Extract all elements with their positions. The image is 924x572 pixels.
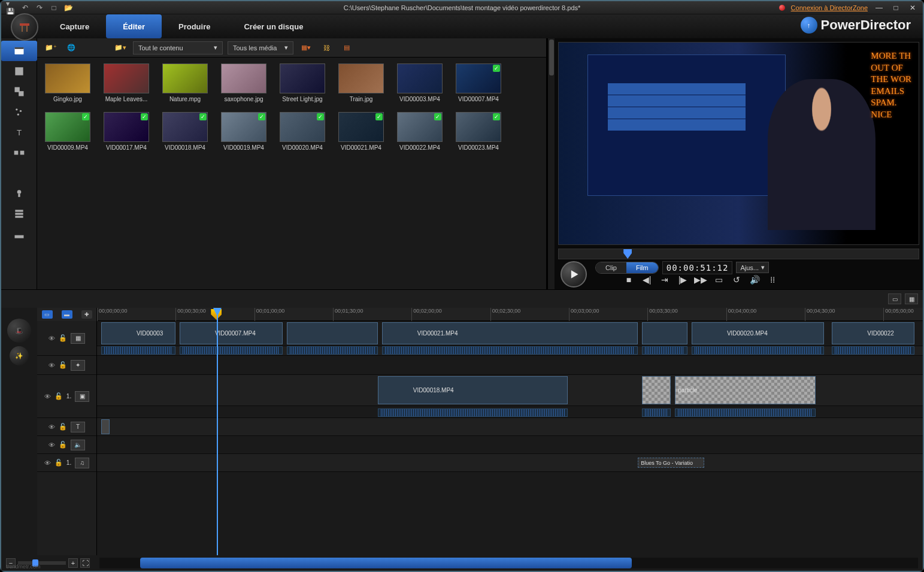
effect-track[interactable] (97, 356, 923, 375)
transition-room-button[interactable] (1, 143, 37, 163)
audio-room-button[interactable] (1, 163, 37, 183)
music-clip[interactable]: Blues To Go - Variatio (638, 458, 704, 468)
visibility-toggle[interactable]: 👁 (44, 459, 51, 467)
audio-clip[interactable] (642, 346, 687, 355)
timecode-display[interactable]: 00:00:51:12 (662, 261, 733, 274)
import-media-icon[interactable]: 📁⁺ (43, 41, 59, 55)
play-button[interactable] (561, 261, 587, 287)
media-item[interactable]: ✓VID00020.MP4 (278, 112, 327, 151)
timeline-clip[interactable]: VID00022 (832, 322, 914, 344)
library-scrollbar[interactable] (547, 38, 555, 289)
timeline-view-button[interactable]: ▭ (888, 293, 901, 304)
chapter-room-button[interactable] (1, 204, 37, 224)
snapshot-button[interactable]: ▭ (713, 274, 725, 286)
title-clip[interactable] (101, 419, 110, 434)
time-ruler[interactable]: 00;00;00;0000;00;30;0000;01;00;0000;01;3… (97, 308, 923, 321)
download-media-icon[interactable]: 🌐 (63, 41, 79, 55)
audio-clip[interactable] (675, 408, 815, 417)
lock-toggle[interactable]: 🔓 (59, 361, 67, 369)
directorzone-link[interactable]: Connexion à DirectorZone (791, 4, 868, 11)
media-item[interactable]: saxophone.jpg (219, 63, 268, 102)
timeline-clip[interactable]: particle (675, 376, 815, 404)
subtitle-room-button[interactable] (1, 224, 37, 244)
video-track-2[interactable]: VID00018.MP4particle (97, 375, 923, 406)
clip-mode-button[interactable]: Clip (596, 262, 626, 273)
undo-icon[interactable]: ↶ (20, 3, 30, 13)
next-unit-button[interactable]: ⇥ (659, 274, 671, 286)
media-item[interactable]: Nature.mpg (160, 63, 210, 102)
preview-settings-button[interactable]: ⁞⁞ (767, 274, 778, 286)
media-item[interactable]: ✓VID00009.MP4 (43, 112, 92, 151)
media-item[interactable]: ✓VID00018.MP4 (160, 112, 210, 151)
timeline-clip[interactable]: VID00021.MP4 (382, 322, 638, 344)
lock-toggle[interactable]: 🔓 (54, 459, 63, 467)
media-item[interactable]: ✓VID00022.MP4 (395, 112, 444, 151)
library-menu-icon[interactable]: ▤ (339, 41, 355, 55)
audio-clip[interactable] (287, 346, 378, 355)
loop-button[interactable]: ↺ (731, 274, 743, 286)
nav-tab-créer-un-disque[interactable]: Créer un disque (227, 14, 320, 38)
fast-forward-button[interactable]: ▶▶ (695, 274, 707, 286)
magic-tools-button[interactable]: ✨ (10, 346, 29, 365)
volume-button[interactable]: 🔊 (749, 274, 761, 286)
timeline-clip[interactable]: VID00018.MP4 (378, 376, 568, 404)
open-project-icon[interactable]: 📂 (63, 3, 73, 13)
visibility-toggle[interactable]: 👁 (49, 335, 55, 342)
lock-toggle[interactable]: 🔓 (54, 392, 63, 400)
fit-dropdown[interactable]: Ajus...▾ (736, 262, 769, 273)
media-item[interactable]: ✓VID00017.MP4 (102, 112, 151, 151)
app-logo[interactable] (11, 13, 38, 41)
audio-clip[interactable] (378, 408, 568, 417)
storyboard-view-button[interactable]: ▦ (905, 293, 918, 304)
media-item[interactable]: Maple Leaves... (102, 63, 151, 102)
prev-frame-button[interactable]: ◀| (641, 274, 653, 286)
stop-button[interactable]: ■ (623, 274, 635, 286)
timeline-playhead[interactable] (217, 308, 218, 555)
zoom-in-button[interactable]: + (68, 558, 78, 568)
film-mode-button[interactable]: Film (626, 262, 658, 273)
magic-wizard-button[interactable]: 🎩 (7, 319, 31, 343)
audio-track-1[interactable] (97, 346, 923, 356)
audio-clip[interactable] (101, 346, 175, 355)
lock-toggle[interactable]: 🔓 (59, 423, 67, 431)
nav-tab-éditer[interactable]: Éditer (106, 14, 162, 38)
media-item[interactable]: VID00003.MP4 (395, 63, 444, 102)
audio-clip[interactable] (382, 346, 638, 355)
next-frame-button[interactable]: |▶ (677, 274, 689, 286)
music-track[interactable]: Blues To Go - Variatio (97, 454, 923, 472)
save-icon[interactable]: ▾💾 (6, 3, 16, 13)
media-item[interactable]: Gingko.jpg (43, 63, 92, 102)
library-folder-icon[interactable]: 📁▾ (113, 41, 128, 55)
audio-clip[interactable] (180, 346, 283, 355)
pip-room-button[interactable] (1, 81, 37, 102)
media-item[interactable]: Street Light.jpg (278, 63, 327, 102)
particle-room-button[interactable] (1, 102, 37, 122)
visibility-toggle[interactable]: 👁 (49, 423, 55, 431)
timeline-clip[interactable] (287, 322, 378, 344)
scrubber-playhead[interactable] (623, 249, 632, 259)
lock-toggle[interactable]: 🔓 (59, 334, 67, 342)
audio-track-2[interactable] (97, 406, 923, 418)
video-track-1[interactable]: VID00003VID00007.MP4VID00021.MP4VID00020… (97, 321, 923, 346)
add-track-button[interactable]: ✚ (81, 310, 92, 319)
media-item[interactable]: ✓VID00023.MP4 (454, 112, 503, 151)
visibility-toggle[interactable]: 👁 (49, 362, 55, 369)
redo-icon[interactable]: ↷ (35, 3, 44, 13)
maximize-button[interactable]: □ (890, 3, 901, 13)
timeline-mode-b-button[interactable]: ▬ (62, 310, 72, 319)
audio-clip[interactable] (832, 346, 914, 355)
audio-clip[interactable] (692, 346, 824, 355)
media-item[interactable]: ✓VID00021.MP4 (337, 112, 386, 151)
nav-tab-capture[interactable]: Capture (43, 14, 106, 38)
voice-track[interactable] (97, 436, 923, 454)
title-track[interactable] (97, 418, 923, 436)
timeline-scrollbar[interactable] (99, 558, 918, 568)
nav-tab-produire[interactable]: Produire (162, 14, 227, 38)
media-room-button[interactable] (1, 41, 37, 61)
timeline-clip[interactable]: VID00003 (101, 322, 175, 344)
audio-clip[interactable] (642, 408, 671, 417)
timeline-clip[interactable]: VID00020.MP4 (692, 322, 824, 344)
visibility-toggle[interactable]: 👁 (49, 441, 55, 449)
preview-canvas[interactable]: MORE THOUT OFTHE WOREMAILSSPAM.NICE (558, 42, 919, 245)
title-room-button[interactable]: T (1, 122, 37, 143)
